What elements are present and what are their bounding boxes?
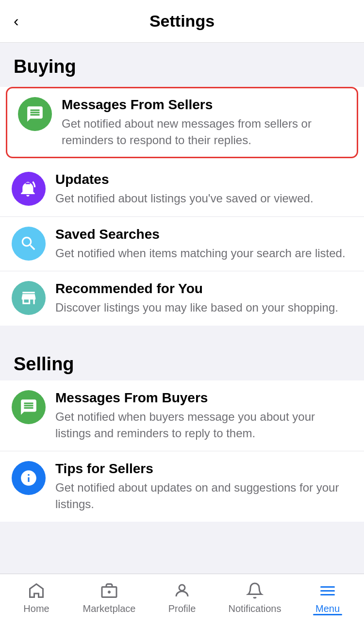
- marketplace-icon: [99, 580, 120, 601]
- updates-text: Updates Get notified about listings you'…: [55, 172, 352, 207]
- messages-from-sellers-icon: [18, 97, 52, 131]
- profile-label: Profile: [168, 603, 196, 614]
- updates-item[interactable]: Updates Get notified about listings you'…: [0, 162, 364, 217]
- nav-notifications[interactable]: Notifications: [218, 580, 291, 614]
- svg-point-3: [179, 585, 185, 591]
- saved-searches-title: Saved Searches: [55, 227, 352, 242]
- home-label: Home: [23, 603, 49, 614]
- nav-marketplace[interactable]: Marketplace: [73, 580, 146, 614]
- recommended-desc: Discover listings you may like based on …: [55, 299, 352, 316]
- selling-settings-list: Messages From Buyers Get notified when b…: [0, 380, 364, 522]
- marketplace-label: Marketplace: [83, 603, 136, 614]
- messages-from-sellers-item[interactable]: Messages From Sellers Get notified about…: [6, 87, 358, 158]
- tips-for-sellers-text: Tips for Sellers Get notified about upda…: [55, 461, 352, 512]
- tips-for-sellers-desc: Get notified about updates on and sugges…: [55, 479, 352, 512]
- tips-for-sellers-item[interactable]: Tips for Sellers Get notified about upda…: [0, 451, 364, 522]
- updates-title: Updates: [55, 172, 352, 187]
- messages-from-sellers-text: Messages From Sellers Get notified about…: [62, 97, 346, 148]
- selling-section-header: Selling: [0, 340, 364, 380]
- buying-section-header: Buying: [0, 43, 364, 83]
- messages-from-buyers-item[interactable]: Messages From Buyers Get notified when b…: [0, 380, 364, 451]
- notifications-label: Notifications: [229, 603, 281, 614]
- recommended-text: Recommended for You Discover listings yo…: [55, 281, 352, 316]
- updates-icon: [12, 172, 46, 206]
- home-icon: [26, 580, 47, 601]
- menu-line-2: [320, 590, 335, 592]
- saved-searches-text: Saved Searches Get notified when items m…: [55, 227, 352, 262]
- saved-searches-icon: [12, 227, 46, 261]
- nav-menu[interactable]: Menu: [291, 580, 364, 614]
- messages-from-sellers-title: Messages From Sellers: [62, 97, 346, 113]
- tips-for-sellers-icon: [12, 461, 46, 495]
- menu-label: Menu: [315, 603, 340, 614]
- nav-profile[interactable]: Profile: [146, 580, 218, 614]
- profile-icon: [171, 580, 193, 601]
- menu-line-3: [320, 594, 335, 595]
- nav-home[interactable]: Home: [0, 580, 73, 614]
- bottom-nav: Home Marketplace Profile: [0, 574, 364, 627]
- messages-from-buyers-desc: Get notified when buyers message you abo…: [55, 409, 352, 441]
- messages-from-buyers-title: Messages From Buyers: [55, 390, 352, 406]
- header: ‹ Settings: [0, 0, 364, 43]
- recommended-icon: [12, 281, 46, 315]
- saved-searches-desc: Get notified when items matching your se…: [55, 245, 352, 262]
- section-gap: [0, 326, 364, 340]
- updates-desc: Get notified about listings you've saved…: [55, 190, 352, 207]
- menu-line-1: [320, 586, 335, 588]
- tips-for-sellers-title: Tips for Sellers: [55, 461, 352, 477]
- messages-from-buyers-text: Messages From Buyers Get notified when b…: [55, 390, 352, 441]
- recommended-title: Recommended for You: [55, 281, 352, 297]
- content: Buying Messages From Sellers Get notifie…: [0, 43, 364, 597]
- messages-from-buyers-icon: [12, 390, 46, 424]
- menu-icon: [317, 580, 338, 601]
- recommended-item[interactable]: Recommended for You Discover listings yo…: [0, 271, 364, 326]
- page-title: Settings: [149, 12, 215, 31]
- buying-settings-list: Messages From Sellers Get notified about…: [0, 87, 364, 326]
- back-button[interactable]: ‹: [14, 12, 19, 30]
- bottom-spacer: [0, 522, 364, 541]
- bell-icon: [244, 580, 265, 601]
- messages-from-sellers-desc: Get notified about new messages from sel…: [62, 116, 346, 148]
- saved-searches-item[interactable]: Saved Searches Get notified when items m…: [0, 217, 364, 272]
